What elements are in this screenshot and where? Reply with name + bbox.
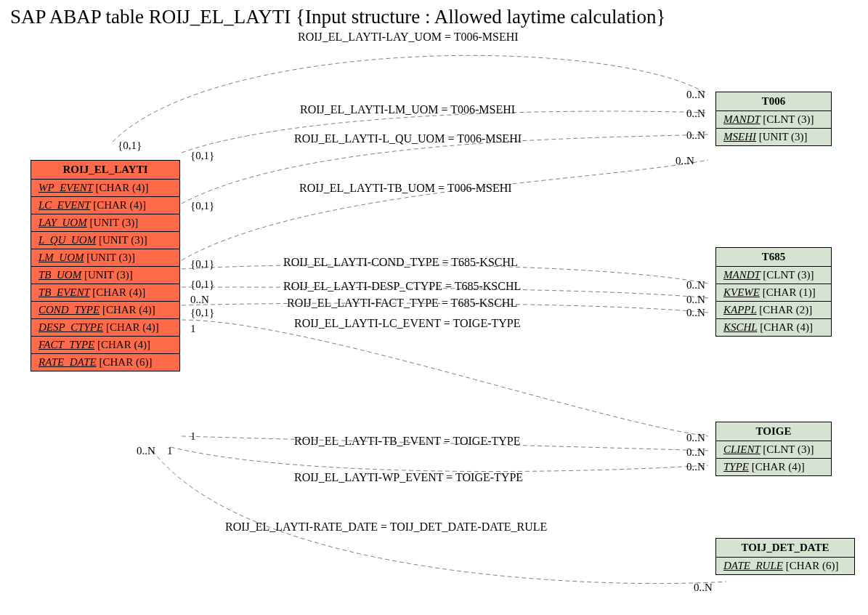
field-row: MANDT [CLNT (3)] <box>716 111 831 129</box>
entity-t685: T685 MANDT [CLNT (3)] KVEWE [CHAR (1)] K… <box>715 247 832 337</box>
entity-t006: T006 MANDT [CLNT (3)] MSEHI [UNIT (3)] <box>715 92 832 146</box>
cardinality: 0..N <box>137 445 155 457</box>
field-row: KVEWE [CHAR (1)] <box>716 284 831 302</box>
field-row: LAY_UOM [UNIT (3)] <box>31 214 179 232</box>
field-row: DATE_RULE [CHAR (6)] <box>716 558 854 574</box>
entity-header: TOIJ_DET_DATE <box>716 539 854 558</box>
entity-header: T685 <box>716 248 831 267</box>
cardinality: 0..N <box>686 446 705 459</box>
cardinality: 0..N <box>686 108 705 120</box>
entity-header: TOIGE <box>716 422 831 441</box>
relation-label: ROIJ_EL_LAYTI-WP_EVENT = TOIGE-TYPE <box>294 471 523 484</box>
cardinality: {0,1} <box>118 140 142 152</box>
cardinality: 0..N <box>686 307 705 319</box>
field-row: MANDT [CLNT (3)] <box>716 267 831 284</box>
relation-label: ROIJ_EL_LAYTI-RATE_DATE = TOIJ_DET_DATE-… <box>225 520 547 534</box>
relation-label: ROIJ_EL_LAYTI-LAY_UOM = T006-MSEHI <box>298 31 519 44</box>
relation-label: ROIJ_EL_LAYTI-DESP_CTYPE = T685-KSCHL <box>283 280 521 293</box>
field-row: KAPPL [CHAR (2)] <box>716 302 831 319</box>
cardinality: {0,1} <box>190 307 214 319</box>
cardinality: 0..N <box>686 279 705 292</box>
cardinality: 1 <box>167 445 173 457</box>
relation-label: ROIJ_EL_LAYTI-COND_TYPE = T685-KSCHL <box>283 256 518 269</box>
relation-label: ROIJ_EL_LAYTI-FACT_TYPE = T685-KSCHL <box>287 297 517 310</box>
cardinality: {0,1} <box>190 150 214 162</box>
field-row: LM_UOM [UNIT (3)] <box>31 249 179 267</box>
entity-header: T006 <box>716 92 831 111</box>
field-row: WP_EVENT [CHAR (4)] <box>31 180 179 197</box>
cardinality: 0..N <box>686 129 705 142</box>
relation-label: ROIJ_EL_LAYTI-TB_UOM = T006-MSEHI <box>299 182 512 195</box>
cardinality: 1 <box>190 430 196 443</box>
relation-label: ROIJ_EL_LAYTI-TB_EVENT = TOIGE-TYPE <box>294 435 521 448</box>
field-row: L_QU_UOM [UNIT (3)] <box>31 232 179 249</box>
field-row: FACT_TYPE [CHAR (4)] <box>31 337 179 354</box>
cardinality: 0..N <box>676 155 694 167</box>
field-row: DESP_CTYPE [CHAR (4)] <box>31 319 179 337</box>
cardinality: 0..N <box>686 432 705 444</box>
field-row: COND_TYPE [CHAR (4)] <box>31 302 179 319</box>
field-row: CLIENT [CLNT (3)] <box>716 441 831 459</box>
field-row: KSCHL [CHAR (4)] <box>716 319 831 336</box>
entity-toige: TOIGE CLIENT [CLNT (3)] TYPE [CHAR (4)] <box>715 422 832 476</box>
cardinality: 0..N <box>190 294 209 306</box>
cardinality: {0,1} <box>190 258 214 270</box>
cardinality: {0,1} <box>190 278 214 291</box>
field-row: RATE_DATE [CHAR (6)] <box>31 354 179 371</box>
page-title: SAP ABAP table ROIJ_EL_LAYTI {Input stru… <box>10 6 666 28</box>
relation-label: ROIJ_EL_LAYTI-LM_UOM = T006-MSEHI <box>300 103 515 116</box>
field-row: TYPE [CHAR (4)] <box>716 459 831 475</box>
relation-label: ROIJ_EL_LAYTI-L_QU_UOM = T006-MSEHI <box>294 132 522 145</box>
cardinality: 0..N <box>686 89 705 101</box>
cardinality: 1 <box>190 323 196 335</box>
cardinality: {0,1} <box>190 200 214 212</box>
entity-roij-el-layti: ROIJ_EL_LAYTI WP_EVENT [CHAR (4)] LC_EVE… <box>31 160 180 371</box>
cardinality: 0..N <box>694 582 713 594</box>
cardinality: 0..N <box>686 294 705 306</box>
cardinality: 0..N <box>686 461 705 473</box>
field-row: TB_EVENT [CHAR (4)] <box>31 284 179 302</box>
entity-header: ROIJ_EL_LAYTI <box>31 161 179 180</box>
field-row: LC_EVENT [CHAR (4)] <box>31 197 179 214</box>
relation-label: ROIJ_EL_LAYTI-LC_EVENT = TOIGE-TYPE <box>294 317 521 330</box>
entity-toij-det-date: TOIJ_DET_DATE DATE_RULE [CHAR (6)] <box>715 538 855 575</box>
field-row: TB_UOM [UNIT (3)] <box>31 267 179 284</box>
field-row: MSEHI [UNIT (3)] <box>716 129 831 145</box>
